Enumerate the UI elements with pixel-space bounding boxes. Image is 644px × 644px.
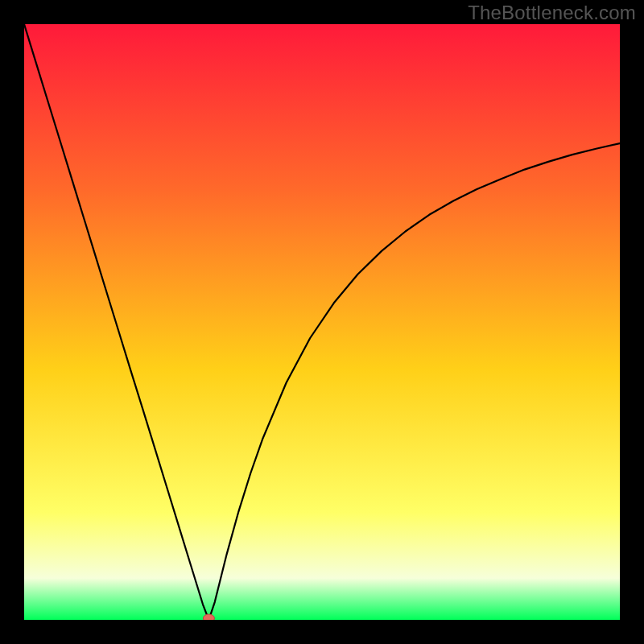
chart-frame: TheBottleneck.com [0,0,644,644]
watermark-text: TheBottleneck.com [468,2,636,24]
bottleneck-chart [24,24,620,620]
plot-area [24,24,620,620]
optimal-point-marker [203,614,214,620]
